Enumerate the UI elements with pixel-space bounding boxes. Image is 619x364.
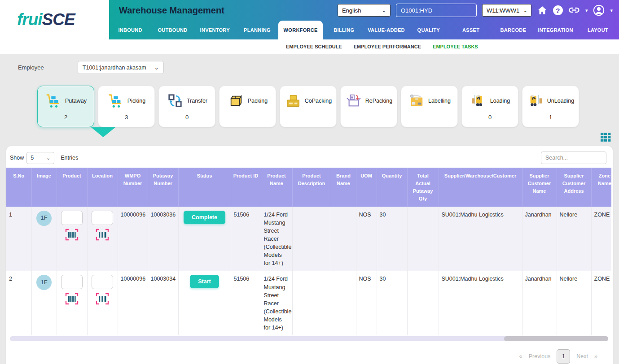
location-scan-input[interactable] xyxy=(92,211,113,225)
tab-outbound[interactable]: OUTBOUND xyxy=(151,21,193,39)
link-icon[interactable] xyxy=(568,6,580,14)
tab-barcode[interactable]: BARCODE xyxy=(492,21,534,39)
cell-total-actual-putaway-qty xyxy=(407,207,439,271)
employee-select[interactable]: T1001:janardhan akasam ⌄ xyxy=(78,61,164,74)
cell-location-scan xyxy=(87,207,118,271)
cell-supplier-customer-address: Nellore xyxy=(557,271,591,335)
cell-supplier-customer-address: Nellore xyxy=(557,207,591,271)
header-gradient: Warehouse Management English ⌄ W11:WWW1 … xyxy=(109,0,619,39)
card-loading[interactable]: Loading 0 xyxy=(461,86,518,127)
card-picking[interactable]: Picking 3 xyxy=(98,86,155,127)
card-copacking[interactable]: CoPacking xyxy=(280,86,337,127)
user-menu-caret-icon[interactable]: ▾ xyxy=(610,8,613,13)
cart-icon xyxy=(107,93,124,108)
card-packing[interactable]: Packing xyxy=(219,86,276,127)
page-title: Warehouse Management xyxy=(119,5,224,16)
cell-putaway-number: 10003036 xyxy=(148,207,178,271)
cell-product-name: 1/24 Ford Mustang Street Racer (Collecti… xyxy=(261,271,292,335)
col-quantity: Quantity xyxy=(377,168,407,207)
top-bar: fruiSCE Warehouse Management English ⌄ W… xyxy=(0,0,619,39)
image-badge: 1F xyxy=(36,275,52,290)
barcode-scan-icon[interactable] xyxy=(65,293,79,305)
col-sno: S.No xyxy=(6,168,31,207)
col-product: Product xyxy=(57,168,87,207)
employee-tasks-table: S.No Image Product Location WMPO Number … xyxy=(6,168,611,335)
col-supplier-customer-name: Supplier Customer Name xyxy=(522,168,557,207)
col-total-actual-putaway-qty: Total Actual Putaway Qty xyxy=(407,168,439,207)
tab-layout[interactable]: LAYOUT xyxy=(577,21,619,39)
cell-status: Start xyxy=(178,271,231,335)
tab-inbound[interactable]: INBOUND xyxy=(109,21,151,39)
tab-inventory[interactable]: INVENTORY xyxy=(194,21,236,39)
cell-product-scan xyxy=(57,207,87,271)
cell-status: Complete xyxy=(178,207,231,271)
logo-frui: frui xyxy=(17,10,42,29)
entries-label: Entries xyxy=(61,155,78,161)
card-label: Picking xyxy=(127,98,145,104)
user-avatar-icon[interactable] xyxy=(593,4,605,16)
horizontal-scrollbar[interactable] xyxy=(10,336,608,341)
pagination-page-1[interactable]: 1 xyxy=(557,349,570,364)
link-menu-caret-icon[interactable]: ▾ xyxy=(585,8,588,13)
cell-product-id: 51506 xyxy=(231,207,261,271)
org-code-input[interactable] xyxy=(396,4,477,17)
employee-select-value: T1001:janardhan akasam xyxy=(83,65,146,71)
home-icon[interactable] xyxy=(537,5,548,15)
logo-sce: SCE xyxy=(42,10,75,29)
card-label: RePacking xyxy=(365,98,392,104)
cell-product-id: 51506 xyxy=(231,271,261,335)
product-scan-input[interactable] xyxy=(61,211,83,225)
col-zone-name: Zone Name xyxy=(591,168,611,207)
cell-product-scan xyxy=(57,271,87,335)
product-scan-input[interactable] xyxy=(61,275,83,289)
tab-billing[interactable]: BILLING xyxy=(323,21,365,39)
warehouse-value: W11:WWW1 xyxy=(487,7,519,14)
card-count: 1 xyxy=(549,114,552,121)
open-box-icon xyxy=(345,93,362,108)
table-view-icon[interactable] xyxy=(601,133,611,143)
image-badge: 1F xyxy=(36,211,52,226)
help-icon[interactable]: ? xyxy=(553,5,563,15)
card-labelling[interactable]: Labelling xyxy=(401,86,458,127)
pagination-next[interactable]: Next xyxy=(576,353,588,360)
tab-planning[interactable]: PLANNING xyxy=(236,21,278,39)
col-supplier-customer-address: Supplier Customer Address xyxy=(557,168,591,207)
scrollbar-thumb[interactable] xyxy=(504,336,608,341)
card-transfer[interactable]: Transfer 0 xyxy=(158,86,215,127)
card-label: Putaway xyxy=(65,98,87,104)
label-box-icon xyxy=(408,93,425,108)
subnav-employee-tasks[interactable]: EMPLOYEE TASKS xyxy=(433,44,478,49)
warehouse-select[interactable]: W11:WWW1 ⌄ xyxy=(482,4,531,17)
tab-quality[interactable]: QUALITY xyxy=(408,21,450,39)
cell-total-actual-putaway-qty xyxy=(407,271,439,335)
tab-asset[interactable]: ASSET xyxy=(450,21,492,39)
card-unloading[interactable]: UnLoading 1 xyxy=(522,86,579,127)
card-putaway[interactable]: Putaway 2 xyxy=(37,86,94,127)
col-putaway-number: Putaway Number xyxy=(148,168,178,207)
start-button[interactable]: Start xyxy=(190,275,219,288)
card-label: UnLoading xyxy=(547,98,574,104)
language-select[interactable]: English ⌄ xyxy=(338,4,391,17)
tab-workforce[interactable]: WORKFORCE xyxy=(278,21,323,39)
page-size-select[interactable]: 5 ⌄ xyxy=(26,152,54,164)
subnav-employee-schedule[interactable]: EMPLOYEE SCHEDULE xyxy=(286,44,342,49)
pagination-last[interactable]: » xyxy=(594,353,597,360)
stacked-boxes-icon xyxy=(285,93,302,108)
tab-integration[interactable]: INTEGRATION xyxy=(535,21,577,39)
search-input[interactable] xyxy=(541,152,606,164)
tab-value-added[interactable]: VALUE-ADDED xyxy=(365,21,407,39)
cell-wmpo-number: 10000096 xyxy=(118,207,148,271)
cell-image: 1F xyxy=(31,271,57,335)
col-supplier-warehouse-customer: Supplier/Warehouse/Customer xyxy=(439,168,522,207)
brand-logo[interactable]: fruiSCE xyxy=(0,0,109,39)
subnav-employee-performance[interactable]: EMPLOYEE PERFORMANCE xyxy=(354,44,421,49)
barcode-scan-icon[interactable] xyxy=(96,293,109,305)
tasks-table-card: Show 5 ⌄ Entries S.No xyxy=(6,146,613,364)
location-scan-input[interactable] xyxy=(92,275,113,289)
barcode-scan-icon[interactable] xyxy=(65,229,79,241)
pagination-previous[interactable]: Previous xyxy=(529,353,551,360)
complete-button[interactable]: Complete xyxy=(184,211,225,224)
card-repacking[interactable]: RePacking xyxy=(340,86,397,127)
barcode-scan-icon[interactable] xyxy=(96,229,109,241)
pagination-first[interactable]: « xyxy=(519,353,522,360)
